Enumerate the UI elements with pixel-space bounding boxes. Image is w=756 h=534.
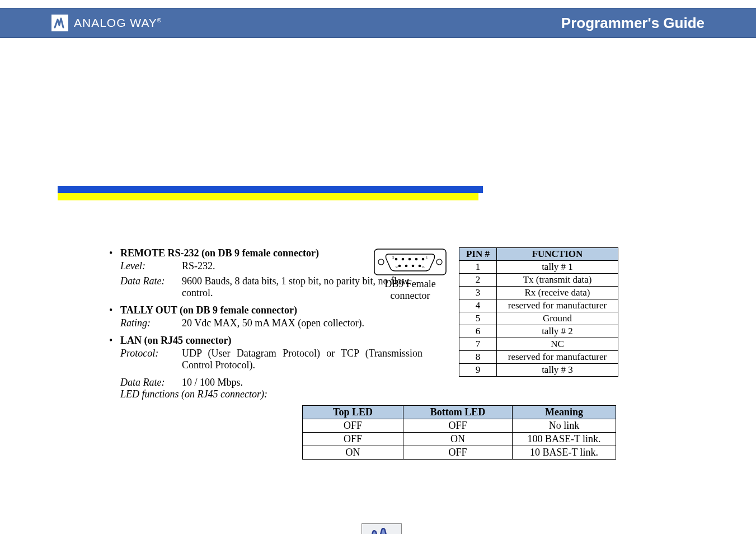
led-bottom-cell: OFF — [403, 419, 513, 433]
pin-cell: 5 — [459, 312, 497, 325]
svg-point-4 — [395, 258, 398, 261]
bullet-icon: • — [109, 247, 120, 259]
pin-cell: 7 — [459, 338, 497, 351]
led-top-cell: ON — [303, 446, 403, 460]
header-left: ANALOG WAY® — [51, 15, 162, 31]
lan-datarate-value: 10 / 100 Mbps. — [182, 377, 243, 388]
fn-cell: Tx (transmit data) — [497, 274, 618, 287]
section-tally-title: • TALLY OUT (on DB 9 female connector) — [109, 305, 756, 316]
lan-ledfn-label: LED functions (on RJ45 connector): — [120, 388, 267, 400]
pin-cell: 3 — [459, 287, 497, 299]
table-row: 7NC — [459, 338, 618, 351]
footer-logo-icon — [361, 523, 402, 534]
svg-point-3 — [436, 259, 442, 265]
svg-point-7 — [415, 258, 418, 261]
pin-cell: 6 — [459, 325, 497, 338]
brand-mark: ® — [157, 17, 162, 24]
footer-logo: ANALOG WAY® Pioneer in Analog, Leader in… — [342, 523, 421, 534]
led-bottom-cell: ON — [403, 433, 513, 446]
page-title: Programmer's Guide — [561, 15, 705, 32]
brand-text: ANALOG WAY — [74, 16, 157, 29]
bullet-icon: • — [109, 335, 120, 346]
db9-connector: 5 1 9 6 DB9 Female connector — [374, 249, 447, 302]
pin-cell: 9 — [459, 364, 497, 377]
rs232-title: REMOTE RS-232 (on DB 9 female connector) — [120, 247, 319, 259]
led-top-cell: OFF — [303, 433, 403, 446]
pin-cell: 1 — [459, 261, 497, 274]
svg-text:9: 9 — [396, 265, 398, 269]
fn-cell: tally # 1 — [497, 261, 618, 274]
led-head-top: Top LED — [303, 406, 403, 419]
section-lan-title: • LAN (on RJ45 connector) — [109, 335, 756, 346]
highlight-bar-yellow — [58, 193, 478, 200]
table-row: 8reserved for manufacturer — [459, 351, 618, 364]
led-head-bottom: Bottom LED — [403, 406, 513, 419]
lan-datarate-row: Data Rate: 10 / 100 Mbps. — [120, 377, 756, 388]
led-head-meaning: Meaning — [513, 406, 616, 419]
header: ANALOG WAY® Programmer's Guide — [0, 8, 756, 38]
tally-rating-value: 20 Vdc MAX, 50 mA MAX (open collector). — [182, 317, 364, 329]
table-row: 9tally # 3 — [459, 364, 618, 377]
svg-point-9 — [398, 265, 401, 268]
pin-cell: 8 — [459, 351, 497, 364]
svg-text:5: 5 — [392, 255, 395, 260]
fn-cell: tally # 3 — [497, 364, 618, 377]
svg-point-12 — [419, 265, 421, 268]
lan-protocol-label: Protocol: — [120, 348, 182, 371]
rs232-level-label: Level: — [120, 260, 182, 272]
svg-text:1: 1 — [426, 255, 428, 260]
led-top-cell: OFF — [303, 419, 403, 433]
table-row: 6tally # 2 — [459, 325, 618, 338]
bullet-icon: • — [109, 305, 120, 316]
led-meaning-cell: No link — [513, 419, 616, 433]
fn-cell: reserved for manufacturer — [497, 299, 618, 312]
db9-caption-2: connector — [374, 290, 447, 302]
svg-point-10 — [405, 265, 408, 268]
table-row: OFF ON 100 BASE-T link. — [303, 433, 616, 446]
svg-point-8 — [422, 258, 425, 261]
rs232-level-value: RS-232. — [182, 260, 215, 272]
highlight-bars — [58, 186, 756, 200]
pin-cell: 2 — [459, 274, 497, 287]
db9-connector-icon: 5 1 9 6 — [374, 249, 447, 278]
lan-protocol-value: UDP (User Datagram Protocol) or TCP (Tra… — [182, 348, 422, 371]
table-row: 4reserved for manufacturer — [459, 299, 618, 312]
fn-cell: Rx (receive data) — [497, 287, 618, 299]
lan-title: LAN (on RJ45 connector) — [120, 335, 231, 346]
table-row: 1tally # 1 — [459, 261, 618, 274]
table-row: 3Rx (receive data) — [459, 287, 618, 299]
lan-protocol-row: Protocol: UDP (User Datagram Protocol) o… — [120, 348, 756, 371]
svg-text:6: 6 — [422, 265, 425, 269]
led-table: Top LED Bottom LED Meaning OFF OFF No li… — [302, 405, 616, 460]
pin-cell: 4 — [459, 299, 497, 312]
led-meaning-cell: 10 BASE-T link. — [513, 446, 616, 460]
lan-ledfn-row: LED functions (on RJ45 connector): — [120, 388, 756, 400]
pin-table: PIN # FUNCTION 1tally # 1 2Tx (transmit … — [459, 247, 618, 377]
brand-logo-icon — [51, 15, 68, 31]
highlight-bar-blue — [58, 186, 483, 193]
svg-point-2 — [378, 259, 384, 265]
pin-table-head-pin: PIN # — [459, 248, 497, 261]
table-row: 2Tx (transmit data) — [459, 274, 618, 287]
fn-cell: reserved for manufacturer — [497, 351, 618, 364]
table-row: 5Ground — [459, 312, 618, 325]
fn-cell: Ground — [497, 312, 618, 325]
db9-caption-1: DB9 Female — [374, 278, 447, 290]
table-row: OFF OFF No link — [303, 419, 616, 433]
svg-point-11 — [412, 265, 415, 268]
fn-cell: tally # 2 — [497, 325, 618, 338]
pin-table-head-fn: FUNCTION — [497, 248, 618, 261]
led-meaning-cell: 100 BASE-T link. — [513, 433, 616, 446]
tally-title: TALLY OUT (on DB 9 female connector) — [120, 305, 297, 316]
footer: ANALOG WAY® Pioneer in Analog, Leader in… — [0, 523, 756, 534]
svg-point-6 — [408, 258, 411, 261]
fn-cell: NC — [497, 338, 618, 351]
led-bottom-cell: OFF — [403, 446, 513, 460]
content: • REMOTE RS-232 (on DB 9 female connecto… — [109, 247, 756, 400]
tally-rating-label: Rating: — [120, 317, 182, 329]
svg-point-5 — [402, 258, 405, 261]
table-row: ON OFF 10 BASE-T link. — [303, 446, 616, 460]
lan-datarate-label: Data Rate: — [120, 377, 182, 388]
tally-rating-row: Rating: 20 Vdc MAX, 50 mA MAX (open coll… — [120, 317, 756, 329]
rs232-datarate-label: Data Rate: — [120, 275, 182, 299]
